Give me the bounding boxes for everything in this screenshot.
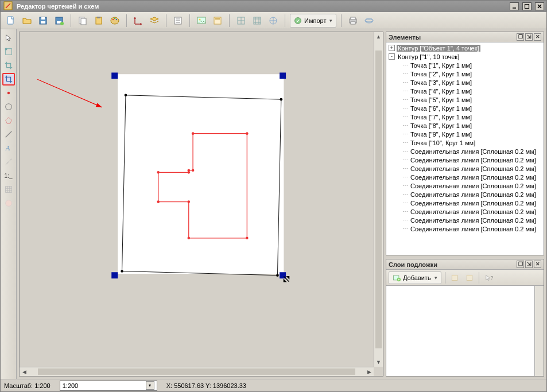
grid1-button[interactable] [234, 14, 248, 28]
tool-scale[interactable]: 1:_ [2, 169, 15, 182]
preview-button[interactable] [362, 14, 376, 28]
tree-item[interactable]: ⋯Точка ["4", Круг 1 мм] [386, 87, 544, 95]
tree-item[interactable]: ⋯Соединительная линия [Сплошная 0.2 мм] [386, 207, 544, 216]
tree-item[interactable]: ⋯Точка ["6", Круг 1 мм] [386, 104, 544, 112]
tool-grid[interactable] [2, 183, 15, 196]
tree-item-label: Точка ["1", Круг 1 мм] [409, 62, 473, 69]
print-button[interactable] [346, 14, 360, 28]
elements-title: Элементы [389, 34, 421, 41]
save-button[interactable] [36, 14, 50, 28]
tree-item[interactable]: ⋯Соединительная линия [Сплошная 0.2 мм] [386, 181, 544, 190]
maximize-button[interactable] [522, 2, 532, 10]
tree-item-label: Соединительная линия [Сплошная 0.2 мм] [409, 208, 537, 215]
elements-tree[interactable]: +Контур ["Объект 1", 4 точек]-Контур ["1… [386, 42, 544, 255]
paste-button[interactable] [92, 14, 106, 28]
svg-point-35 [365, 18, 373, 23]
tree-item[interactable]: ⋯Точка ["7", Круг 1 мм] [386, 112, 544, 121]
tree-item-label: Точка ["4", Круг 1 мм] [409, 88, 473, 95]
tool-shape[interactable] [2, 197, 15, 209]
tree-item[interactable]: ⋯Точка ["8", Круг 1 мм] [386, 121, 544, 130]
canvas-hscroll[interactable]: ◀ ▶ [20, 367, 374, 376]
tree-item[interactable]: ⋯Соединительная линия [Сплошная 0.2 мм] [386, 147, 544, 156]
coords-label: X: 550617.63 Y: 1396023.33 [166, 382, 246, 389]
layers-title: Слои подложки [389, 261, 437, 268]
window-title: Редактор чертежей и схем [17, 3, 99, 10]
open-button[interactable] [20, 14, 34, 28]
tree-item[interactable]: +Контур ["Объект 1", 4 точек] [386, 44, 544, 52]
hscroll-thumb[interactable] [38, 368, 355, 375]
tree-item[interactable]: ⋯Точка ["10", Круг 1 мм] [386, 138, 544, 147]
layers-pin-button[interactable]: ⇲ [525, 261, 533, 268]
snap-button[interactable] [266, 14, 280, 28]
palette-button[interactable] [108, 14, 122, 28]
main-area: A 1:_ [1, 29, 546, 379]
tree-branch-icon: ⋯ [402, 96, 408, 103]
tree-item[interactable]: -Контур ["1", 10 точек] [386, 52, 544, 61]
svg-rect-2 [525, 5, 529, 9]
tree-item[interactable]: ⋯Соединительная линия [Сплошная 0.2 мм] [386, 216, 544, 224]
layer-btn-2[interactable] [464, 272, 475, 284]
list-button[interactable] [171, 14, 185, 28]
tool-circle[interactable] [2, 100, 15, 113]
layers-dock-button[interactable]: ❐ [517, 261, 524, 268]
tree-item[interactable]: ⋯Соединительная линия [Сплошная 0.2 мм] [386, 199, 544, 207]
collapse-icon[interactable]: - [389, 53, 395, 60]
import-dropdown[interactable]: Импорт ▾ [290, 14, 336, 28]
save-as-button[interactable] [52, 14, 66, 28]
svg-point-51 [121, 270, 123, 273]
svg-point-64 [187, 169, 190, 172]
svg-rect-33 [351, 17, 355, 20]
svg-rect-38 [5, 48, 7, 51]
minimize-button[interactable] [510, 2, 519, 10]
layers-vscroll[interactable] [534, 286, 544, 376]
expand-icon[interactable]: + [389, 45, 395, 51]
canvas-vscroll[interactable]: ▲ ▼ [374, 32, 383, 367]
scroll-right-icon[interactable]: ▶ [364, 367, 374, 376]
tool-polygon[interactable] [2, 114, 15, 127]
tool-line2[interactable] [2, 156, 15, 168]
tree-item[interactable]: ⋯Точка ["5", Круг 1 мм] [386, 95, 544, 104]
layers-panel-header: Слои подложки ❐ ⇲ ✕ [386, 259, 544, 270]
tree-item[interactable]: ⋯Соединительная линия [Сплошная 0.2 мм] [386, 156, 544, 164]
tree-item[interactable]: ⋯Соединительная линия [Сплошная 0.2 мм] [386, 190, 544, 199]
panel-pin-button[interactable]: ⇲ [525, 33, 533, 41]
copy-button[interactable] [76, 14, 90, 28]
new-button[interactable] [4, 14, 18, 28]
layers-close-button[interactable]: ✕ [534, 261, 541, 268]
layers-list[interactable] [386, 286, 544, 376]
tool-crop[interactable] [2, 59, 15, 72]
scroll-down-icon[interactable]: ▼ [374, 358, 383, 367]
scale-value: 1:200 [63, 382, 79, 389]
layer-help[interactable]: ? [483, 272, 496, 284]
tool-bound[interactable] [2, 45, 15, 58]
close-button[interactable] [535, 2, 544, 10]
tool-select[interactable] [2, 32, 15, 44]
axes-button[interactable] [131, 14, 145, 28]
tree-item[interactable]: ⋯Точка ["2", Круг 1 мм] [386, 69, 544, 78]
panel-close-button[interactable]: ✕ [534, 33, 541, 41]
tree-branch-icon: ⋯ [402, 114, 408, 120]
scale-combo[interactable]: 1:200 ▾ [60, 381, 157, 391]
tool-line[interactable] [2, 128, 15, 141]
tree-item[interactable]: ⋯Соединительная линия [Сплошная 0.2 мм] [386, 173, 544, 181]
add-layer-dropdown[interactable]: Добавить ▾ [389, 271, 441, 284]
drawing-canvas[interactable] [20, 32, 374, 367]
grid2-button[interactable] [250, 14, 264, 28]
tree-item[interactable]: ⋯Точка ["9", Круг 1 мм] [386, 130, 544, 138]
scroll-left-icon[interactable]: ◀ [20, 367, 29, 376]
tool-text[interactable]: A [2, 142, 15, 154]
tool-point[interactable] [2, 87, 15, 99]
panel-dock-button[interactable]: ❐ [517, 33, 524, 41]
tree-item[interactable]: ⋯Точка ["1", Круг 1 мм] [386, 61, 544, 69]
layers-button[interactable] [148, 14, 161, 28]
tree-item[interactable]: ⋯Соединительная линия [Сплошная 0.2 мм] [386, 224, 544, 233]
scroll-up-icon[interactable]: ▲ [374, 32, 383, 41]
vscroll-thumb[interactable] [375, 51, 382, 348]
tree-item-label: Точка ["5", Круг 1 мм] [409, 96, 473, 103]
tree-item[interactable]: ⋯Соединительная линия [Сплошная 0.2 мм] [386, 164, 544, 173]
layer-btn-1[interactable] [449, 272, 460, 284]
template-button[interactable] [211, 14, 224, 28]
tool-contour-active[interactable] [2, 73, 15, 86]
image-button[interactable] [195, 14, 208, 28]
tree-item[interactable]: ⋯Точка ["3", Круг 1 мм] [386, 78, 544, 87]
